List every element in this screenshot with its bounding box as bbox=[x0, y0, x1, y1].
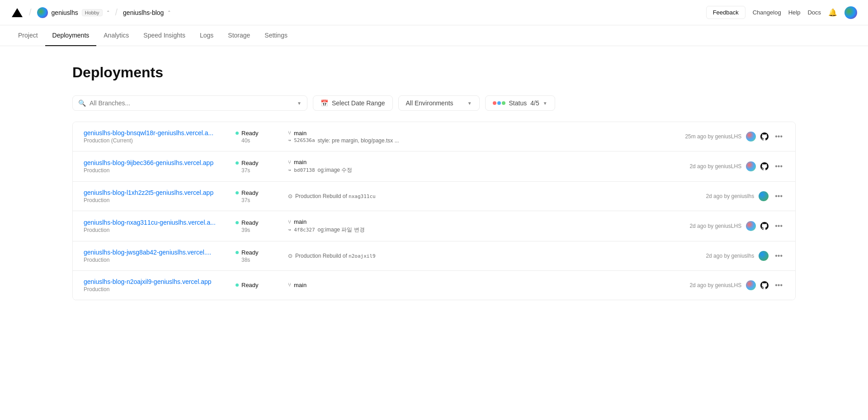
deploy-env: Production (Current) bbox=[84, 137, 228, 144]
commit-branch: ⑂ main bbox=[288, 130, 669, 137]
divider-slash-2: / bbox=[115, 7, 118, 18]
github-icon bbox=[760, 281, 769, 289]
page-title: Deployments bbox=[72, 64, 796, 81]
deploy-name[interactable]: geniuslhs-blog-9ijbec366-geniuslhs.verce… bbox=[84, 159, 219, 166]
nav-item-analytics[interactable]: Analytics bbox=[96, 25, 136, 46]
deploy-env: Production bbox=[84, 197, 228, 203]
deploy-status: Ready bbox=[236, 282, 281, 289]
status-text: Ready bbox=[241, 282, 259, 288]
more-options-button[interactable]: ••• bbox=[773, 190, 784, 202]
deploy-info: geniuslhs-blog-jwsg8ab42-geniuslhs.verce… bbox=[84, 249, 228, 263]
header: / geniuslhs Hobby ⌃ / geniuslhs-blog ⌃ F… bbox=[0, 0, 868, 25]
branches-input[interactable] bbox=[90, 99, 293, 107]
deploy-env: Production bbox=[84, 257, 228, 263]
header-left: / geniuslhs Hobby ⌃ / geniuslhs-blog ⌃ bbox=[11, 6, 706, 19]
branch-icon: ⑂ bbox=[288, 219, 291, 225]
branch-name: main bbox=[294, 130, 307, 137]
deploy-meta: 2d ago by geniuslhs ••• bbox=[676, 250, 784, 262]
vercel-logo[interactable] bbox=[11, 6, 24, 19]
deploy-status: Ready 40s bbox=[236, 130, 281, 144]
deploy-name[interactable]: geniuslhs-blog-nxag311cu-geniuslhs.verce… bbox=[84, 219, 219, 226]
deploy-commit: ⑂ main bbox=[288, 282, 669, 289]
feedback-button[interactable]: Feedback bbox=[706, 6, 745, 19]
ready-dot-icon bbox=[236, 132, 239, 135]
nav-item-project[interactable]: Project bbox=[11, 25, 45, 46]
avatar bbox=[746, 280, 756, 290]
commit-branch: ⑂ main bbox=[288, 282, 669, 288]
github-icon bbox=[760, 132, 769, 141]
rebuild-icon: ⊙ bbox=[288, 253, 292, 259]
deploy-env: Production bbox=[84, 227, 228, 233]
status-text: Ready bbox=[241, 249, 259, 256]
nav-item-storage[interactable]: Storage bbox=[221, 25, 257, 46]
commit-msg: ↝ 526536a style: pre margin, blog/page.t… bbox=[288, 137, 669, 144]
nav-item-deployments[interactable]: Deployments bbox=[45, 25, 97, 46]
avatar bbox=[746, 221, 756, 231]
docs-link[interactable]: Docs bbox=[807, 9, 821, 16]
team-name[interactable]: geniuslhs bbox=[52, 9, 78, 16]
deploy-name[interactable]: geniuslhs-blog-l1xh2z2t5-geniuslhs.verce… bbox=[84, 189, 219, 196]
environment-filter[interactable]: All Environments ▼ bbox=[398, 95, 480, 111]
status-filter[interactable]: Status 4/5 ▼ bbox=[485, 95, 555, 111]
table-row: geniuslhs-blog-9ijbec366-geniuslhs.verce… bbox=[73, 151, 795, 182]
deploy-info: geniuslhs-blog-l1xh2z2t5-geniuslhs.verce… bbox=[84, 189, 228, 203]
commit-text: style: pre margin, blog/page.tsx ... bbox=[318, 137, 399, 144]
branches-filter[interactable]: 🔍 ▼ bbox=[72, 95, 307, 111]
date-range-label: Select Date Range bbox=[332, 99, 385, 107]
deploy-name[interactable]: geniuslhs-blog-jwsg8ab42-geniuslhs.verce… bbox=[84, 249, 219, 256]
commit-msg: ↝ 4f8c327 og:image 파일 변경 bbox=[288, 226, 669, 234]
branch-name: main bbox=[294, 218, 307, 225]
ready-dot-icon bbox=[236, 221, 239, 224]
ready-dot-icon bbox=[236, 161, 239, 165]
status-label: Status bbox=[509, 99, 527, 107]
more-options-button[interactable]: ••• bbox=[773, 131, 784, 142]
team-chevron-icon[interactable]: ⌃ bbox=[106, 10, 110, 15]
deploy-name[interactable]: geniuslhs-blog-n2oajxil9-geniuslhs.verce… bbox=[84, 278, 219, 285]
commit-msg: ⊙ Production Rebuild of n2oajxil9 bbox=[288, 253, 669, 259]
deploy-duration: 38s bbox=[236, 257, 281, 263]
main-content: Deployments 🔍 ▼ 📅 Select Date Range All … bbox=[0, 46, 868, 318]
deploy-meta: 2d ago by geniusLHS ••• bbox=[676, 220, 784, 232]
divider-slash: / bbox=[29, 7, 32, 18]
deploy-status: Ready 38s bbox=[236, 249, 281, 263]
nav-item-logs[interactable]: Logs bbox=[193, 25, 221, 46]
branches-chevron-icon: ▼ bbox=[297, 101, 302, 106]
avatar bbox=[746, 161, 756, 171]
deploy-name[interactable]: geniuslhs-blog-bnsqwl18r-geniuslhs.verce… bbox=[84, 129, 219, 137]
more-options-button[interactable]: ••• bbox=[773, 250, 784, 262]
deploy-info: geniuslhs-blog-nxag311cu-geniuslhs.verce… bbox=[84, 219, 228, 233]
commit-branch: ⑂ main bbox=[288, 159, 669, 165]
project-name[interactable]: geniuslhs-blog bbox=[123, 9, 164, 16]
ready-dot-icon bbox=[236, 283, 239, 287]
nav-item-settings[interactable]: Settings bbox=[257, 25, 295, 46]
avatar bbox=[759, 251, 769, 261]
date-range-filter[interactable]: 📅 Select Date Range bbox=[313, 95, 393, 111]
commit-hash: ↝ 526536a bbox=[288, 137, 315, 143]
status-dots bbox=[493, 101, 505, 105]
status-badge: Ready bbox=[236, 130, 281, 137]
more-options-button[interactable]: ••• bbox=[773, 160, 784, 172]
help-link[interactable]: Help bbox=[788, 9, 801, 16]
deploy-env: Production bbox=[84, 286, 228, 293]
calendar-icon: 📅 bbox=[321, 99, 328, 107]
notifications-bell-icon[interactable]: 🔔 bbox=[828, 8, 837, 17]
avatar bbox=[746, 132, 756, 142]
more-options-button[interactable]: ••• bbox=[773, 220, 784, 232]
user-avatar[interactable] bbox=[844, 6, 857, 19]
commit-text: og:image 수정 bbox=[318, 166, 353, 174]
status-dot-blue bbox=[497, 101, 501, 105]
nav-item-speed-insights[interactable]: Speed Insights bbox=[136, 25, 193, 46]
status-badge: Ready bbox=[236, 160, 281, 166]
deploy-commit: ⊙ Production Rebuild of nxag311cu bbox=[288, 193, 669, 199]
changelog-link[interactable]: Changelog bbox=[753, 9, 781, 16]
deploy-time: 2d ago by geniusLHS bbox=[689, 223, 741, 229]
deploy-commit: ⑂ main ↝ 526536a style: pre margin, blog… bbox=[288, 130, 669, 144]
deploy-meta: 2d ago by geniuslhs ••• bbox=[676, 190, 784, 202]
more-options-button[interactable]: ••• bbox=[773, 279, 784, 291]
commit-text: Production Rebuild of nxag311cu bbox=[295, 193, 376, 199]
project-chevron-icon[interactable]: ⌃ bbox=[167, 10, 171, 15]
status-chevron-icon: ▼ bbox=[543, 101, 547, 106]
commit-msg: ↝ bd07138 og:image 수정 bbox=[288, 166, 669, 174]
deploy-time: 2d ago by geniusLHS bbox=[689, 282, 741, 288]
environment-label: All Environments bbox=[406, 99, 453, 107]
